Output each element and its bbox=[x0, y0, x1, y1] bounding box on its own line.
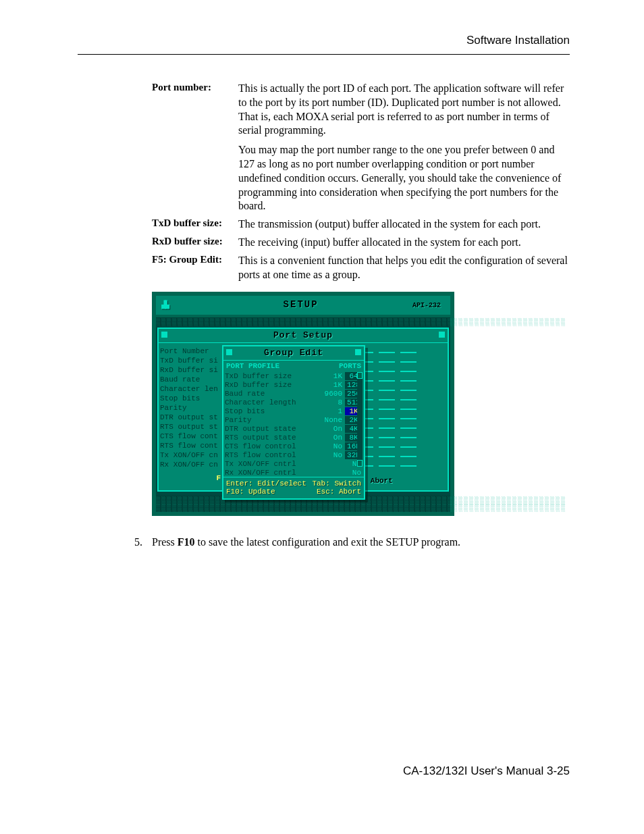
def-term-txd: TxD buffer size: bbox=[152, 217, 238, 232]
ge-label: CTS flow control bbox=[225, 442, 322, 450]
step-post: to save the latest configuration and exi… bbox=[195, 536, 461, 548]
lbl-txd: TxD buffer si bbox=[160, 357, 221, 366]
ge-value[interactable]: 1K bbox=[322, 372, 344, 380]
fkey-hint: F bbox=[160, 470, 221, 484]
ge-value[interactable]: 8 bbox=[322, 398, 344, 407]
group-edit-row[interactable]: TxD buffer size1K64 bbox=[223, 371, 364, 380]
hint-esc: Esc: Abort bbox=[317, 488, 361, 496]
ge-label: Stop bits bbox=[225, 407, 322, 415]
group-edit-row[interactable]: RTS flow controlNo32K bbox=[223, 450, 364, 459]
tui-screenshot: ▟▙ SETUP API-232 ░░░░░░░░░░░░░░░░░░░░░░░… bbox=[152, 292, 570, 516]
group-edit-row[interactable]: Character length8512 bbox=[223, 398, 364, 407]
definitions-block: Port number: This is actually the port I… bbox=[152, 82, 570, 282]
ge-label: Tx XON/OFF cntrl bbox=[225, 460, 341, 468]
group-edit-row[interactable]: Stop bits11K bbox=[223, 407, 364, 415]
ports-scrollbar[interactable] bbox=[357, 372, 363, 467]
tui-topbar: ▟▙ SETUP API-232 bbox=[156, 296, 450, 314]
step-key: F10 bbox=[178, 536, 195, 548]
moxa-logo: ▟▙ bbox=[161, 301, 169, 309]
ge-value[interactable]: On bbox=[322, 434, 344, 442]
def-term-portnum: Port number: bbox=[152, 82, 238, 213]
setup-title: SETUP bbox=[189, 300, 412, 310]
ge-label: RTS flow control bbox=[225, 451, 322, 459]
ge-control-left-icon[interactable] bbox=[226, 349, 232, 355]
port-setup-title-text: Port Setup bbox=[273, 330, 333, 340]
port-field-labels: Port Number TxD buffer si RxD buffer si … bbox=[159, 343, 222, 490]
group-edit-row[interactable]: RxD buffer size1K128 bbox=[223, 380, 364, 389]
ge-label: DTR output state bbox=[225, 425, 322, 433]
def-desc-f5: This is a convenient function that helps… bbox=[238, 254, 570, 282]
ge-label: Character length bbox=[225, 398, 322, 407]
group-edit-title: Group Edit bbox=[264, 348, 323, 358]
ge-label: Baud rate bbox=[225, 390, 322, 398]
def-desc-portnum-p2: You may map the port number range to the… bbox=[238, 143, 570, 213]
ge-value[interactable]: 1K bbox=[322, 381, 344, 389]
abort-hint: c: Abort bbox=[357, 477, 445, 485]
def-desc-txd: The transmission (output) buffer allocat… bbox=[238, 217, 570, 232]
group-edit-row[interactable]: ParityNone2K bbox=[223, 415, 364, 424]
window-control-right-icon[interactable] bbox=[439, 332, 445, 338]
ge-label: RTS output state bbox=[225, 434, 322, 442]
def-desc-portnum: This is actually the port ID of each por… bbox=[238, 82, 570, 213]
ge-value[interactable]: No bbox=[341, 469, 363, 477]
ge-label: TxD buffer size bbox=[225, 372, 322, 380]
pattern-bg: ░░░░░░░░░░░░░░░░░░░░░░░░░░░░░░░░░░░░░░░░… bbox=[156, 317, 450, 326]
def-desc-portnum-p1: This is actually the port ID of each por… bbox=[238, 82, 570, 138]
group-edit-row[interactable]: RTS output stateOn8K bbox=[223, 433, 364, 442]
hdr-profile: PORT PROFILE bbox=[226, 362, 331, 370]
lbl-rts: RTS output st bbox=[160, 423, 221, 432]
group-edit-row[interactable]: Rx XON/OFF cntrlNo bbox=[223, 468, 364, 477]
window-control-left-icon[interactable] bbox=[161, 332, 167, 338]
group-edit-footer: Enter: Edit/select Tab: Switch F10: Upda… bbox=[223, 477, 364, 498]
ge-value[interactable]: 9600 bbox=[322, 390, 344, 398]
lbl-rtsflow: RTS flow cont bbox=[160, 442, 221, 451]
step-number: 5. bbox=[78, 536, 152, 548]
group-edit-rows: TxD buffer size1K64RxD buffer size1K128B… bbox=[223, 371, 364, 477]
lbl-baud: Baud rate bbox=[160, 375, 221, 385]
scroll-down-icon[interactable] bbox=[357, 460, 363, 467]
hint-enter: Enter: Edit/select bbox=[226, 479, 306, 488]
ge-label: Parity bbox=[225, 416, 322, 424]
ge-value[interactable]: On bbox=[322, 425, 344, 433]
def-term-rxd: RxD buffer size: bbox=[152, 236, 238, 250]
group-edit-row[interactable]: DTR output stateOn4K bbox=[223, 424, 364, 433]
lbl-dtr: DTR output st bbox=[160, 413, 221, 423]
step-text: Press F10 to save the latest configurati… bbox=[152, 536, 570, 548]
ge-value[interactable]: None bbox=[322, 416, 344, 424]
ge-value[interactable]: 1 bbox=[322, 407, 344, 415]
hdr-ports: PORTS bbox=[331, 362, 361, 370]
lbl-rxd: RxD buffer si bbox=[160, 366, 221, 375]
ge-label: RxD buffer size bbox=[225, 381, 322, 389]
step-pre: Press bbox=[152, 536, 178, 548]
group-edit-row[interactable]: Baud rate9600256 bbox=[223, 389, 364, 398]
def-term-f5: F5: Group Edit: bbox=[152, 254, 238, 282]
lbl-rxxon: Rx XON/OFF cn bbox=[160, 461, 221, 470]
lbl-charlen: Character len bbox=[160, 385, 221, 394]
hint-tab: Tab: Switch bbox=[312, 479, 361, 488]
ge-value[interactable]: No bbox=[322, 451, 344, 459]
ge-control-right-icon[interactable] bbox=[355, 349, 361, 355]
page-footer: CA-132/132I User's Manual 3-25 bbox=[78, 764, 570, 778]
def-desc-rxd: The receiving (input) buffer allocated i… bbox=[238, 236, 570, 250]
lbl-parity: Parity bbox=[160, 404, 221, 413]
group-edit-row[interactable]: Tx XON/OFF cntrlNo bbox=[223, 459, 364, 468]
scroll-up-icon[interactable] bbox=[357, 372, 363, 379]
lbl-txxon: Tx XON/OFF cn bbox=[160, 451, 221, 461]
port-grid-right: c: Abort bbox=[352, 343, 448, 490]
hint-f10: F10: Update bbox=[226, 488, 275, 496]
ge-value[interactable]: No bbox=[322, 442, 344, 450]
lbl-stopbits: Stop bits bbox=[160, 394, 221, 404]
ge-label: Rx XON/OFF cntrl bbox=[225, 469, 341, 477]
lbl-portnum: Port Number bbox=[160, 347, 221, 357]
group-edit-row[interactable]: CTS flow controlNo16K bbox=[223, 442, 364, 450]
api-label: API-232 bbox=[412, 302, 445, 309]
section-header: Software Installation bbox=[78, 34, 570, 55]
port-setup-title: Port Setup bbox=[159, 329, 448, 343]
lbl-cts: CTS flow cont bbox=[160, 432, 221, 442]
group-edit-dialog[interactable]: Group Edit PORT PROFILE PORTS TxD buffer… bbox=[222, 345, 365, 500]
